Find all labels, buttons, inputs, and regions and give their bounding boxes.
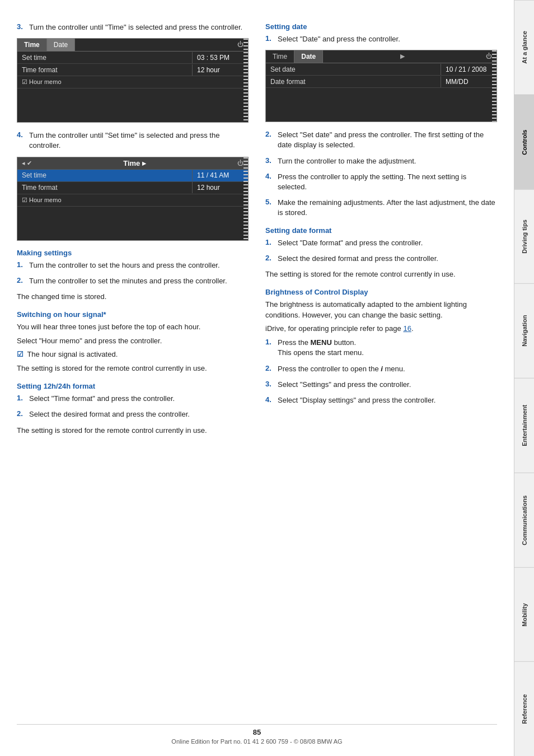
step-4: 4. Turn the controller until "Set time" … [17,130,249,151]
step-4-text: Turn the controller until "Set time" is … [29,130,249,151]
screen3-label-dateformat: Date format [266,76,441,87]
screen1-tab-time: Time [17,39,47,51]
sidebar: At a glance Controls Driving tips Naviga… [514,0,534,756]
screen-date: Time Date ▶ ⏻ Set date 10 / 21 / 2008 Da… [265,50,497,122]
date-format-heading: Setting date format [265,226,497,235]
right-column: Setting date 1. Select "Date" and press … [265,22,497,718]
step-4-number: 4. [17,130,25,151]
page-footer: 85 Online Edition for Part no. 01 41 2 6… [17,724,497,745]
sidebar-tab-entertainment[interactable]: Entertainment [514,378,534,473]
screen3-value-setdate: 10 / 21 / 2008 [441,64,496,75]
screen3-tab-date: Date [294,50,323,63]
hour-signal-activated: The hour signal is activated. [25,350,118,358]
date-format-step-1: 1. Select "Date format" and press the co… [265,238,497,248]
brightness-step-1: 1. Press the MENU button.This opens the … [265,338,497,358]
brightness-step-3: 3. Select "Settings" and press the contr… [265,380,497,390]
date-step-4-text: Press the controller to apply the settin… [278,172,497,192]
screen2-row-timeformat: Time format 12 hour [17,182,248,194]
date-step-3: 3. Turn the controller to make the adjus… [265,156,497,166]
screen3-row-setdate: Set date 10 / 21 / 2008 [266,63,496,76]
format-step-2-num: 2. [17,409,25,419]
hour-signal-body3: ☑ The hour signal is activated. [17,349,249,360]
screen3-header: Time Date ▶ ⏻ [266,50,496,63]
sidebar-tab-driving-tips[interactable]: Driving tips [514,189,534,284]
date-step-2-num: 2. [265,130,273,150]
brightness-step-4-num: 4. [265,395,273,405]
step-3-number: 3. [17,22,25,32]
date-step-5-text: Make the remaining adjustments. After th… [278,198,497,218]
date-format-steps: 1. Select "Date format" and press the co… [265,238,497,264]
making-step-2: 2. Turn the controller to set the minute… [17,276,249,286]
left-column: 3. Turn the controller until "Time" is s… [17,22,249,718]
sidebar-tab-navigation[interactable]: Navigation [514,283,534,378]
screen3-footer [266,88,496,122]
screen1-vertical-line [243,39,248,122]
hour-signal-body1: You will hear three tones just before th… [17,322,249,333]
screen1-label-timeformat: Time format [17,64,192,76]
brightness-step-1-text: Press the MENU button.This opens the sta… [278,338,364,358]
copyright-text: Online Edition for Part no. 01 41 2 600 … [171,738,342,745]
making-step-1-text: Turn the controller to set the hours and… [29,260,220,270]
brightness-heading: Brightness of Control Display [265,288,497,296]
screen3-arrow: ▶ [396,50,409,63]
brightness-step-2: 2. Press the controller to open the i me… [265,364,497,374]
screen1-tab-date: Date [47,39,75,51]
step-3: 3. Turn the controller until "Time" is s… [17,22,249,32]
page-number: 85 [17,728,497,736]
hour-signal-body4: The setting is stored for the remote con… [17,363,249,374]
date-format-step-2: 2. Select the desired format and press t… [265,254,497,264]
screen2-header: ◂ ✔ Time ▸ ⏻ [17,157,248,170]
brightness-steps: 1. Press the MENU button.This opens the … [265,338,497,405]
making-step-1-num: 1. [17,260,25,270]
sidebar-tab-controls[interactable]: Controls [514,95,534,189]
format-step-1: 1. Select "Time format" and press the co… [17,394,249,404]
date-step-4: 4. Press the controller to apply the set… [265,172,497,192]
date-step-1-num: 1. [265,34,273,44]
screen2-power-icon: ⏻ [237,160,243,166]
format-heading: Setting 12h/24h format [17,382,249,390]
screen2-label-timeformat: Time format [17,182,192,193]
format-step-1-num: 1. [17,394,25,404]
screen2-label-settime: Set time [17,170,192,181]
date-step-1-text: Select "Date" and press the controller. [278,34,400,44]
making-step-2-num: 2. [17,276,25,286]
step-3-text: Turn the controller until "Time" is sele… [29,22,242,32]
checkmark-icon: ☑ [17,349,24,360]
setting-date-heading: Setting date [265,22,497,31]
date-format-footer: The setting is stored for the remote con… [265,269,497,280]
date-step-3-num: 3. [265,156,273,166]
hour-signal-body2: Select "Hour memo" and press the control… [17,336,249,347]
screen3-value-dateformat: MM/DD [441,76,496,87]
brightness-body2: iDrive, for operating principle refer to… [265,324,497,334]
making-settings-heading: Making settings [17,249,249,257]
screen1-label-settime: Set time [17,52,192,63]
screen2-row-settime: Set time 11 / 41 AM [17,170,248,182]
brightness-step-4: 4. Select "Display settings" and press t… [265,395,497,405]
date-format-step-1-text: Select "Date format" and press the contr… [278,238,423,248]
screen2-value-timeformat: 12 hour [192,182,248,193]
making-settings-steps: 1. Turn the controller to set the hours … [17,260,249,286]
screen-time-2: ◂ ✔ Time ▸ ⏻ Set time 11 / 41 AM Time fo… [17,157,249,241]
screen2-value-settime: 11 / 41 AM [192,170,248,181]
date-step-2: 2. Select "Set date" and press the contr… [265,130,497,150]
screen1-row-timeformat: Time format 12 hour [17,64,248,76]
brightness-step-2-num: 2. [265,364,273,374]
sidebar-tab-reference[interactable]: Reference [514,661,534,756]
sidebar-tab-communications[interactable]: Communications [514,473,534,567]
screen1-header: Time Date ⏻ [17,39,248,52]
date-format-step-2-num: 2. [265,254,273,264]
date-format-step-2-text: Select the desired format and press the … [278,254,438,264]
making-step-1: 1. Turn the controller to set the hours … [17,260,249,270]
brightness-step-2-text: Press the controller to open the i menu. [278,364,405,374]
making-settings-footer: The changed time is stored. [17,292,249,302]
sidebar-tab-at-a-glance[interactable]: At a glance [514,0,534,95]
format-step-2: 2. Select the desired format and press t… [17,409,249,419]
date-format-step-1-num: 1. [265,238,273,248]
brightness-step-3-text: Select "Settings" and press the controll… [278,380,411,390]
screen3-label-setdate: Set date [266,64,441,75]
making-step-2-text: Turn the controller to set the minutes a… [29,276,227,286]
brightness-page-link[interactable]: 16 [403,324,411,333]
sidebar-tab-mobility[interactable]: Mobility [514,567,534,662]
hour-signal-heading: Switching on hour signal* [17,310,249,319]
screen2-title: Time ▸ [32,159,237,167]
